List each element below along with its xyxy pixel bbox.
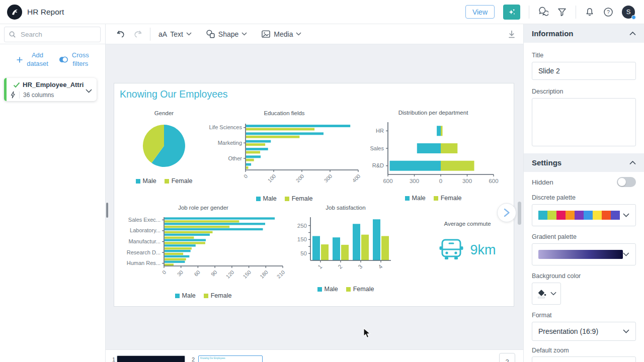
divider	[529, 6, 529, 19]
shape-icon	[206, 29, 215, 39]
chart-education-fields[interactable]: Education fields Life SciencesMarketingO…	[205, 110, 364, 202]
filter-button[interactable]	[557, 7, 567, 17]
slide-title-input[interactable]	[532, 62, 636, 80]
legend-item: Male	[317, 286, 338, 293]
scrollbar-thumb[interactable]	[106, 203, 108, 218]
chat-icon	[538, 7, 548, 17]
scrollbar-thumb[interactable]	[518, 202, 521, 225]
undo-button[interactable]	[116, 30, 125, 39]
chart-legend: MaleFemale	[119, 177, 209, 185]
dataset-card[interactable]: HR_Employee_Attri... 36 columns	[4, 78, 97, 101]
cross-filters-button[interactable]: Cross filters	[58, 51, 89, 68]
svg-text:150: 150	[297, 236, 307, 242]
plus-icon	[16, 56, 23, 63]
format-value: Presentation (16:9)	[538, 327, 598, 335]
chevron-up-icon	[629, 161, 636, 165]
chevron-down-icon	[623, 252, 629, 256]
cross-filters-icon	[58, 56, 68, 63]
text-style-icon: aA	[158, 30, 167, 38]
color-swatch	[547, 211, 556, 220]
svg-text:30: 30	[176, 269, 184, 278]
help-button[interactable]: ?	[603, 7, 613, 17]
ai-sparkles-button[interactable]	[503, 5, 520, 20]
chart-title: Job satisfaction	[295, 205, 396, 212]
chart-canvas: HRSalesR&D6003000300600	[366, 120, 499, 187]
chart-job-satisfaction[interactable]: Job satisfaction 123425015050 MaleFemale	[295, 205, 396, 293]
divider	[19, 92, 20, 99]
discrete-palette-label: Discrete palette	[532, 194, 636, 201]
status-dot	[631, 15, 636, 20]
check-icon	[13, 82, 20, 88]
default-zoom-dropdown[interactable]: Fit	[532, 356, 636, 362]
settings-header[interactable]: Settings	[524, 153, 644, 172]
media-menu[interactable]: Media	[261, 30, 301, 38]
gradient-palette-dropdown[interactable]	[532, 243, 636, 265]
description-label: Description	[532, 88, 636, 95]
slide-heading[interactable]: Knowing Our Employees	[120, 88, 228, 100]
color-swatch	[611, 211, 620, 220]
svg-text:0: 0	[243, 173, 249, 179]
chart-canvas: Sales Exec...Laboratory...Manufactur...R…	[120, 215, 287, 281]
chevron-down-icon	[623, 329, 629, 333]
redo-button[interactable]	[133, 30, 143, 39]
editor-canvas: aA Text Shape Media Knowing Our Employee…	[106, 24, 523, 362]
svg-text:90: 90	[210, 269, 218, 278]
palette-swatches	[538, 211, 620, 220]
discrete-palette-dropdown[interactable]	[532, 204, 636, 226]
slide-thumbnail-2[interactable]: Knowing Our Employees	[198, 355, 263, 362]
svg-text:3: 3	[357, 263, 363, 270]
chart-average-commute[interactable]: Average commute 9km	[422, 221, 513, 261]
background-color-label: Background color	[532, 273, 636, 280]
hidden-label: Hidden	[532, 178, 553, 186]
chart-gender[interactable]: Gender MaleFemale	[119, 110, 209, 185]
slide-thumbnail-1[interactable]	[117, 355, 185, 362]
paint-bucket-icon	[536, 288, 547, 299]
svg-text:120: 120	[224, 269, 235, 280]
chevron-up-icon	[629, 32, 636, 36]
next-slide-button[interactable]	[497, 203, 516, 222]
svg-text:300: 300	[410, 178, 419, 184]
svg-text:Marketing: Marketing	[218, 140, 242, 146]
view-button[interactable]: View	[465, 5, 495, 19]
avatar[interactable]: S	[622, 6, 635, 19]
svg-text:600: 600	[489, 178, 498, 184]
svg-text:50: 50	[300, 250, 307, 256]
app-logo-icon[interactable]	[7, 5, 22, 20]
chart-department-distribution[interactable]: Distribution per department HRSalesR&D60…	[366, 110, 501, 202]
search-input[interactable]	[20, 30, 96, 39]
svg-text:HR: HR	[376, 128, 384, 134]
default-zoom-label: Default zoom	[532, 347, 636, 354]
hidden-toggle[interactable]	[617, 177, 636, 187]
svg-text:Research D...: Research D...	[127, 249, 160, 255]
chart-title: Job role per gender	[120, 205, 286, 212]
svg-text:250: 250	[297, 223, 307, 229]
app-title: HR Report	[27, 8, 64, 17]
information-header[interactable]: Information	[524, 24, 644, 43]
slide-canvas[interactable]: Knowing Our Employees Gender MaleFemale …	[114, 83, 514, 307]
notifications-button[interactable]	[585, 7, 595, 17]
information-header-label: Information	[532, 29, 574, 38]
description-textarea[interactable]	[532, 98, 636, 146]
format-dropdown[interactable]: Presentation (16:9)	[532, 322, 636, 341]
shape-menu[interactable]: Shape	[206, 29, 247, 39]
legend-item: Female	[285, 195, 313, 202]
editor-toolbar: aA Text Shape Media	[106, 24, 523, 44]
chart-job-role[interactable]: Job role per gender Sales Exec...Laborat…	[120, 205, 286, 299]
download-button[interactable]	[507, 30, 516, 39]
properties-panel: Information Title Description Settings H…	[523, 24, 644, 362]
text-menu[interactable]: aA Text	[158, 30, 192, 38]
background-color-dropdown[interactable]	[532, 283, 561, 305]
page-counter[interactable]: 2	[499, 353, 515, 362]
svg-text:300: 300	[323, 173, 334, 184]
chevron-down-icon	[242, 32, 247, 36]
add-dataset-label: Add dataset	[27, 51, 48, 68]
svg-text:180: 180	[259, 269, 269, 280]
svg-text:Sales Exec...: Sales Exec...	[128, 217, 160, 223]
cross-filters-label: Cross filters	[72, 51, 89, 68]
svg-text:210: 210	[276, 269, 286, 280]
add-dataset-button[interactable]: Add dataset	[16, 51, 48, 68]
svg-text:60: 60	[193, 269, 201, 278]
svg-text:600: 600	[383, 178, 392, 184]
chat-button[interactable]	[538, 7, 548, 17]
chevron-down-icon[interactable]	[86, 86, 92, 95]
